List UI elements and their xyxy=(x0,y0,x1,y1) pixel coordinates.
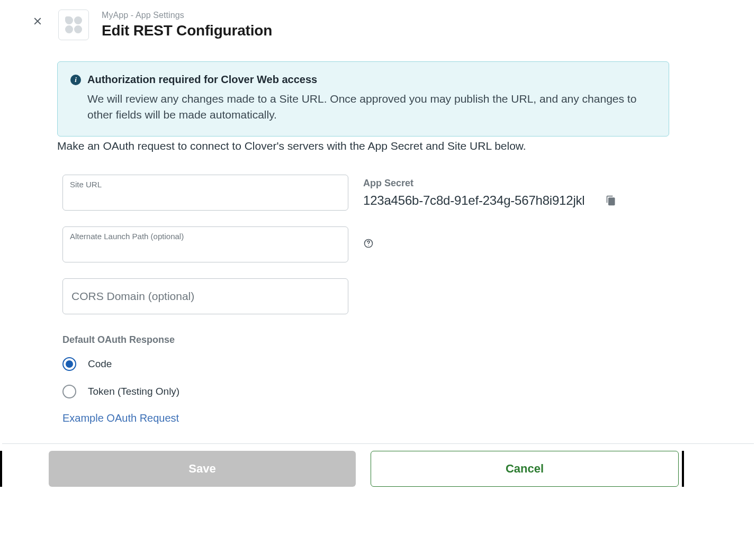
alt-launch-field: Alternate Launch Path (optional) xyxy=(62,226,348,262)
site-url-input[interactable] xyxy=(62,175,348,211)
svg-point-3 xyxy=(368,246,368,246)
save-button[interactable]: Save xyxy=(49,451,356,487)
radio-code[interactable]: Code xyxy=(62,357,179,371)
page-header: MyApp - App Settings Edit REST Configura… xyxy=(58,10,272,40)
radio-token-label: Token (Testing Only) xyxy=(88,386,179,397)
radio-code-label: Code xyxy=(88,358,112,370)
cors-field xyxy=(62,278,348,314)
alert-title: Authorization required for Clover Web ac… xyxy=(87,74,654,86)
radio-circle-icon xyxy=(62,357,76,371)
help-icon xyxy=(363,238,374,249)
app-secret-value: 123a456b-7c8d-91ef-234g-567h8i912jkl xyxy=(363,193,584,208)
footer-divider xyxy=(2,443,754,444)
footer: Save Cancel xyxy=(2,451,679,487)
oauth-response-heading: Default OAuth Response xyxy=(62,334,179,346)
authorization-alert: i Authorization required for Clover Web … xyxy=(57,61,669,137)
app-icon xyxy=(58,10,89,40)
side-mark xyxy=(682,451,684,487)
cors-input[interactable] xyxy=(62,278,348,314)
close-icon xyxy=(33,16,42,26)
alt-launch-help-button[interactable] xyxy=(363,238,374,251)
app-secret-block: App Secret 123a456b-7c8d-91ef-234g-567h8… xyxy=(363,175,669,208)
site-url-field: Site URL xyxy=(62,175,348,211)
breadcrumb: MyApp - App Settings xyxy=(102,11,272,20)
copy-icon xyxy=(606,195,616,206)
page-title: Edit REST Configuration xyxy=(102,22,272,39)
radio-token[interactable]: Token (Testing Only) xyxy=(62,385,179,398)
cancel-button[interactable]: Cancel xyxy=(371,451,679,487)
oauth-description: Make an OAuth request to connect to Clov… xyxy=(57,140,669,152)
alt-launch-input[interactable] xyxy=(62,226,348,262)
copy-secret-button[interactable] xyxy=(606,195,616,206)
alert-body: We will review any changes made to a Sit… xyxy=(87,91,654,123)
oauth-response-section: Default OAuth Response Code Token (Testi… xyxy=(62,334,179,424)
close-button[interactable] xyxy=(31,15,44,28)
info-icon: i xyxy=(70,75,81,85)
clover-icon xyxy=(65,16,82,33)
radio-circle-icon xyxy=(62,385,76,398)
example-oauth-link[interactable]: Example OAuth Request xyxy=(62,412,179,424)
app-secret-label: App Secret xyxy=(363,178,669,189)
